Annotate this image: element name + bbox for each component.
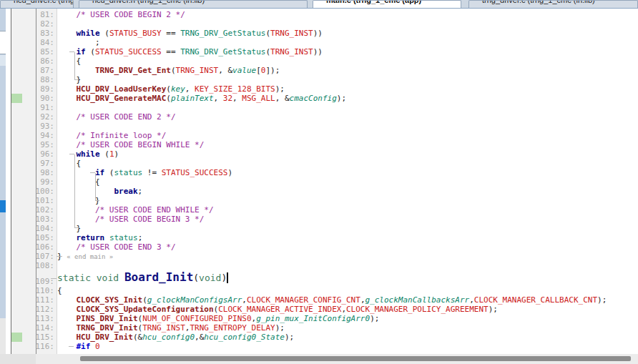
line-number-86[interactable]: 86:: [40, 56, 54, 66]
code-token: )): [313, 29, 323, 38]
line-number-103[interactable]: 103:: [36, 215, 55, 224]
line-number-116[interactable]: 116:: [36, 342, 55, 351]
code-line-108[interactable]: [57, 261, 638, 270]
code-line-84[interactable]: ;: [57, 38, 638, 47]
code-line-81[interactable]: /* USER CODE BEGIN 2 */: [57, 10, 638, 19]
line-number-89[interactable]: 89:: [40, 84, 54, 94]
code-line-109[interactable]: static void Board_Init(void): [57, 270, 638, 286]
editor-tab-1[interactable]: hcu_driver.c (trng_1_cmc (in.lib): [0, 0, 74, 8]
code-line-95[interactable]: /* USER CODE BEGIN WHILE */: [57, 140, 638, 149]
code-line-91[interactable]: [57, 103, 638, 112]
line-number-112[interactable]: 112:: [36, 305, 55, 314]
code-token: TRNG_INST: [270, 29, 313, 38]
line-number-104[interactable]: 104:: [36, 224, 55, 233]
line-number-105[interactable]: 105:: [36, 233, 55, 242]
line-number-110[interactable]: 110:: [36, 286, 55, 295]
line-number-91[interactable]: 91:: [40, 103, 54, 112]
code-line-89[interactable]: HCU_DRV_LoadUserKey(key, KEY_SIZE_128_BI…: [57, 84, 638, 94]
line-number-82[interactable]: 82:: [40, 19, 54, 29]
code-line-101[interactable]: }: [57, 196, 638, 205]
editor-tab-3[interactable]: main.c (trng_1_cmc (app): [313, 0, 461, 8]
line-number-115[interactable]: 115:: [36, 333, 55, 342]
annotation-ruler[interactable]: [11, 9, 36, 354]
code-line-98[interactable]: if (status != STATUS_SUCCESS): [57, 168, 638, 177]
line-number-113[interactable]: 113:: [36, 314, 55, 323]
line-number-114[interactable]: 114:: [36, 323, 55, 333]
code-token: (: [100, 149, 109, 159]
editor-tab-4[interactable]: trng_driver.c (trng_1_cmc (in.lib): [468, 0, 638, 8]
code-line-96[interactable]: while (1): [57, 149, 638, 159]
left-panel-blue-marker: [0, 200, 6, 212]
code-token: value: [232, 66, 256, 75]
code-line-90[interactable]: HCU_DRV_GenerateMAC(plainText, 32, MSG_A…: [57, 94, 638, 103]
code-token: {: [57, 177, 100, 187]
code-line-82[interactable]: [57, 19, 638, 29]
code-line-88[interactable]: }: [57, 75, 638, 84]
code-token: );: [370, 314, 379, 323]
code-line-106[interactable]: /* USER CODE END 3 */: [57, 242, 638, 252]
line-number-96[interactable]: 96:: [40, 149, 54, 159]
code-token: PINS_DRV_Init: [77, 314, 138, 323]
line-number-95[interactable]: 95:: [40, 140, 54, 149]
line-number-93[interactable]: 93:: [40, 122, 54, 131]
code-line-92[interactable]: /* USER CODE END 2 */: [57, 112, 638, 122]
code-token: {: [57, 56, 81, 66]
code-line-110[interactable]: {: [57, 286, 638, 295]
code-line-94[interactable]: /* Infinite loop */: [57, 131, 638, 140]
line-number-88[interactable]: 88:: [40, 75, 54, 84]
line-number-98[interactable]: 98:: [40, 168, 54, 177]
code-token: );: [275, 323, 285, 333]
line-number-100[interactable]: 100:: [36, 187, 55, 196]
line-number-108[interactable]: 108:: [36, 261, 55, 270]
line-number-94[interactable]: 94:: [40, 131, 54, 140]
comment-token: /* USER CODE BEGIN 2 */: [57, 10, 185, 19]
line-number-84[interactable]: 84:: [40, 38, 54, 47]
code-line-114[interactable]: TRNG_DRV_Init(TRNG_INST,TRNG_ENTROPY_DEL…: [57, 323, 638, 333]
code-line-100[interactable]: break;: [57, 187, 638, 196]
code-line-103[interactable]: /* USER CODE BEGIN 3 */: [57, 215, 638, 224]
code-line-97[interactable]: {: [57, 159, 638, 168]
line-number-83[interactable]: 83:: [40, 29, 54, 38]
code-token: ): [114, 149, 119, 159]
code-line-86[interactable]: {: [57, 56, 638, 66]
code-token: {: [57, 286, 62, 295]
line-number-111[interactable]: 111:: [36, 295, 55, 305]
code-token: status: [109, 233, 138, 242]
line-number-87[interactable]: 87:: [40, 66, 54, 75]
code-area[interactable]: /* USER CODE BEGIN 2 */ while (STATUS_BU…: [57, 9, 638, 354]
code-line-102[interactable]: /* USER CODE END WHILE */: [57, 205, 638, 215]
code-token: hcu_config0: [142, 333, 195, 342]
code-line-104[interactable]: }: [57, 224, 638, 233]
line-number-99[interactable]: 99:: [40, 177, 54, 187]
code-token: 0: [95, 342, 100, 351]
code-line-107[interactable]: } « end main »: [57, 252, 638, 261]
code-line-99[interactable]: {: [57, 177, 638, 187]
code-token: , &: [275, 94, 290, 103]
code-token: TRNG_DRV_GetStatus: [180, 29, 265, 38]
code-line-111[interactable]: CLOCK_SYS_Init(g_clockManConfigsArr,CLOC…: [57, 295, 638, 305]
line-number-107[interactable]: 107:: [36, 252, 55, 261]
line-number-92[interactable]: 92:: [40, 112, 54, 122]
code-token: g_clockManConfigsArr: [147, 295, 242, 305]
code-line-116[interactable]: #if 0: [57, 342, 638, 351]
code-line-83[interactable]: while (STATUS_BUSY == TRNG_DRV_GetStatus…: [57, 29, 638, 38]
line-number-97[interactable]: 97:: [40, 159, 54, 168]
editor-tab-2[interactable]: hcu_driver.h (trng_1_cmc (in.lib): [79, 0, 308, 8]
code-token: static: [57, 272, 91, 283]
code-line-112[interactable]: CLOCK_SYS_UpdateConfiguration(CLOCK_MANA…: [57, 305, 638, 314]
code-line-113[interactable]: PINS_DRV_Init(NUM_OF_CONFIGURED_PINS0,g_…: [57, 314, 638, 323]
line-number-gutter[interactable]: 81:82:83:84:85:86:87:88:89:90:91:92:93:9…: [36, 9, 57, 354]
code-line-93[interactable]: [57, 122, 638, 131]
code-token: break: [114, 187, 137, 196]
code-line-87[interactable]: TRNG_DRV_Get_Ent(TRNG_INST, &value[0]);: [57, 66, 638, 75]
line-number-85[interactable]: 85:: [40, 47, 54, 56]
line-number-90[interactable]: 90:: [40, 94, 54, 103]
line-number-102[interactable]: 102:: [36, 205, 55, 215]
code-line-85[interactable]: if (STATUS_SUCCESS == TRNG_DRV_GetStatus…: [57, 47, 638, 56]
line-number-106[interactable]: 106:: [36, 242, 55, 252]
line-number-101[interactable]: 101:: [36, 196, 55, 205]
line-number-81[interactable]: 81:: [40, 10, 54, 19]
horizontal-scrollbar-thumb[interactable]: [80, 356, 631, 361]
code-line-115[interactable]: HCU_DRV_Init(&hcu_config0,&hcu_config0_S…: [57, 333, 638, 342]
code-line-105[interactable]: return status;: [57, 233, 638, 242]
